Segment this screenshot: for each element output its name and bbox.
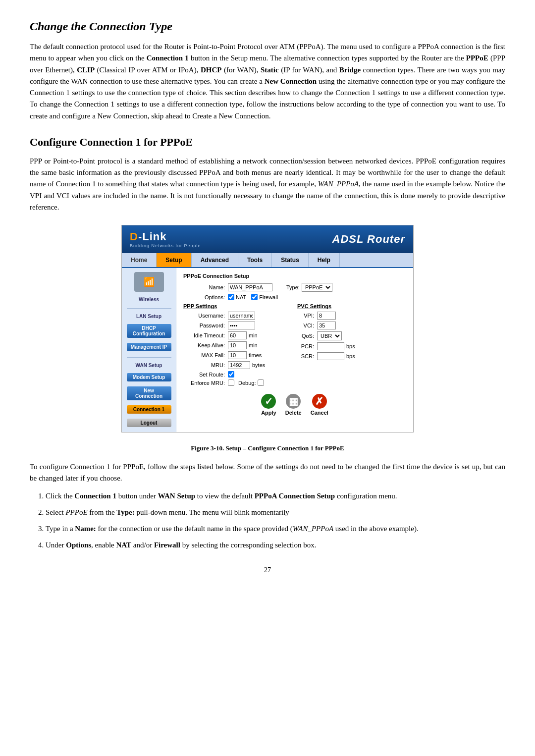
enforce-mru-debug-row: Enforce MRU: Debug:	[183, 379, 292, 386]
sidebar-dhcp-btn[interactable]: DHCP Configuration	[127, 324, 171, 338]
keep-alive-label: Keep Alive:	[183, 342, 228, 348]
router-nav: Home Setup Advanced Tools Status Help	[122, 253, 413, 268]
section1-title: Change the Connection Type	[30, 20, 505, 33]
section2-title: Configure Connection 1 for PPPoE	[30, 136, 505, 149]
password-label: Password:	[183, 323, 228, 328]
two-column-section: PPP Settings Username: Password: Idle Ti…	[183, 303, 406, 388]
apply-label: Apply	[261, 410, 276, 416]
enforce-mru-checkbox[interactable]	[228, 379, 234, 386]
adsl-title: ADSL Router	[332, 233, 406, 246]
name-label: Name:	[183, 284, 228, 290]
mru-input[interactable]	[228, 361, 250, 369]
keep-alive-unit: min	[249, 342, 258, 348]
qos-label: QoS:	[297, 333, 317, 339]
pcr-label: PCR:	[297, 343, 317, 349]
password-row: Password:	[183, 322, 292, 329]
cancel-icon: ✗	[312, 394, 327, 409]
nav-setup[interactable]: Setup	[157, 253, 191, 267]
keep-alive-row: Keep Alive: min	[183, 341, 292, 349]
options-label: Options:	[183, 294, 228, 300]
nat-checkbox[interactable]	[228, 294, 234, 300]
idle-timeout-input[interactable]	[228, 331, 247, 339]
page-number: 27	[30, 566, 505, 574]
router-main-panel: PPPoE Connection Setup Name: Type: PPPoE…	[176, 268, 413, 432]
sidebar-mgmt-btn[interactable]: Management IP	[127, 343, 171, 351]
pcr-unit: bps	[346, 343, 355, 349]
nav-home[interactable]: Home	[122, 253, 157, 267]
pcr-row: PCR: bps	[297, 342, 406, 350]
set-route-row: Set Route:	[183, 371, 292, 378]
step-3: Type in a Name: for the connection or us…	[46, 523, 505, 535]
name-input[interactable]	[228, 283, 272, 291]
sidebar-logout-btn[interactable]: Logout	[127, 419, 171, 427]
idle-timeout-row: Idle Timeout: min	[183, 331, 292, 339]
step-1: Click the Connection 1 button under WAN …	[46, 490, 505, 502]
fig-caption: Figure 3-10. Setup – Configure Connectio…	[30, 444, 505, 452]
password-input[interactable]	[228, 322, 255, 329]
apply-action[interactable]: ✓ Apply	[261, 394, 276, 416]
router-header: D-LinkBuilding Networks for People ADSL …	[122, 225, 413, 253]
username-row: Username:	[183, 312, 292, 320]
step-2: Select PPPoE from the Type: pull-down me…	[46, 507, 505, 518]
ppp-settings-col: PPP Settings Username: Password: Idle Ti…	[183, 303, 292, 388]
sidebar-divider-2	[127, 357, 171, 358]
action-row: ✓ Apply ▦ Delete ✗ Cancel	[183, 394, 406, 416]
username-label: Username:	[183, 313, 228, 319]
sidebar-lan-label: LAN Setup	[136, 314, 161, 319]
scr-unit: bps	[346, 353, 355, 359]
firewall-option[interactable]: Firewall	[251, 294, 278, 300]
pvc-title: PVC Settings	[297, 303, 406, 309]
ppp-title: PPP Settings	[183, 303, 292, 309]
vci-label: VCI:	[297, 323, 317, 328]
pcr-input[interactable]	[317, 342, 344, 350]
cancel-label: Cancel	[311, 410, 328, 416]
firewall-checkbox[interactable]	[251, 294, 258, 300]
name-type-row: Name: Type: PPPoE PPPoA CLIP DHCP Static…	[183, 283, 406, 292]
username-input[interactable]	[228, 312, 255, 320]
enforce-mru-label: Enforce MRU:	[183, 380, 228, 386]
type-label: Type:	[286, 284, 300, 290]
set-route-checkbox[interactable]	[228, 371, 234, 378]
nav-help[interactable]: Help	[309, 253, 340, 267]
steps-list: Click the Connection 1 button under WAN …	[46, 490, 505, 551]
vci-input[interactable]	[317, 322, 336, 329]
router-content: 📶 Wireless LAN Setup DHCP Configuration …	[122, 268, 413, 432]
sidebar-newconn-btn[interactable]: New Connection	[127, 386, 171, 400]
mru-unit: bytes	[252, 362, 265, 368]
sidebar-modem-btn[interactable]: Modem Setup	[127, 373, 171, 381]
nav-tools[interactable]: Tools	[238, 253, 272, 267]
qos-row: QoS: UBR CBR VBR	[297, 331, 406, 340]
debug-checkbox[interactable]	[258, 379, 264, 386]
qos-select[interactable]: UBR CBR VBR	[317, 331, 342, 340]
sidebar-conn1-btn[interactable]: Connection 1	[127, 405, 171, 414]
sidebar-wan-label: WAN Setup	[136, 363, 162, 368]
keep-alive-input[interactable]	[228, 341, 247, 349]
scr-row: SCR: bps	[297, 352, 406, 360]
steps-intro: To configure Connection 1 for PPPoE, fol…	[30, 461, 505, 485]
idle-timeout-label: Idle Timeout:	[183, 332, 228, 338]
type-select[interactable]: PPPoE PPPoA CLIP DHCP Static Bridge	[302, 283, 332, 292]
nav-status[interactable]: Status	[272, 253, 309, 267]
debug-label: Debug:	[238, 380, 256, 386]
section1-para: The default connection protocol used for…	[30, 41, 505, 122]
delete-action[interactable]: ▦ Delete	[285, 394, 302, 416]
vpi-row: VPI:	[297, 312, 406, 320]
scr-input[interactable]	[317, 352, 344, 360]
dlink-logo: D-LinkBuilding Networks for People	[130, 230, 201, 248]
router-sidebar: 📶 Wireless LAN Setup DHCP Configuration …	[122, 268, 176, 432]
mru-label: MRU:	[183, 362, 228, 368]
delete-label: Delete	[285, 410, 302, 416]
vpi-label: VPI:	[297, 313, 317, 319]
cancel-action[interactable]: ✗ Cancel	[311, 394, 328, 416]
vci-row: VCI:	[297, 322, 406, 329]
nav-advanced[interactable]: Advanced	[192, 253, 238, 267]
nat-option[interactable]: NAT	[228, 294, 246, 300]
sidebar-wireless-label: Wireless	[139, 297, 159, 302]
max-fail-label: MAX Fail:	[183, 352, 228, 358]
max-fail-input[interactable]	[228, 351, 247, 359]
panel-title: PPPoE Connection Setup	[183, 273, 406, 279]
max-fail-row: MAX Fail: times	[183, 351, 292, 359]
vpi-input[interactable]	[317, 312, 336, 320]
router-ui: D-LinkBuilding Networks for People ADSL …	[121, 225, 414, 432]
mru-row: MRU: bytes	[183, 361, 292, 369]
